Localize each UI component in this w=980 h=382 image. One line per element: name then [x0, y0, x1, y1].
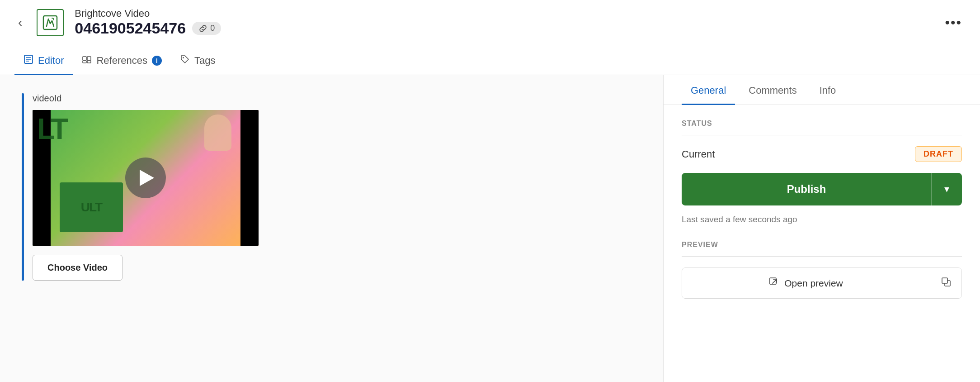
right-content: STATUS Current DRAFT Publish ▾ Last save… — [664, 105, 980, 382]
open-preview-button[interactable]: Open preview — [682, 268, 930, 298]
status-row: Current DRAFT — [682, 146, 962, 162]
video-id-field: videoId LT ULT Choose Video — [22, 93, 641, 281]
right-tab-comments-label: Comments — [749, 85, 796, 96]
header: ‹ Brightcove Video 0461905245476 0 ••• — [0, 0, 980, 45]
svg-line-11 — [773, 280, 776, 283]
video-preview[interactable]: LT ULT — [33, 110, 259, 246]
chevron-down-icon: ▾ — [944, 183, 949, 195]
right-tab-general[interactable]: General — [682, 85, 735, 105]
references-icon — [82, 54, 92, 67]
main: videoId LT ULT Choose Video — [0, 75, 980, 382]
entry-id: 0461905245476 — [75, 19, 186, 37]
tags-icon — [180, 54, 190, 67]
play-button[interactable] — [125, 158, 166, 198]
preview-divider — [682, 256, 962, 257]
right-tab-info-label: Info — [820, 85, 836, 96]
left-panel: videoId LT ULT Choose Video — [0, 75, 664, 382]
tab-editor-label: Editor — [38, 55, 64, 67]
header-left: ‹ Brightcove Video 0461905245476 0 — [14, 8, 221, 37]
publish-dropdown-button[interactable]: ▾ — [931, 173, 962, 205]
app-name: Brightcove Video — [75, 8, 221, 19]
tab-tags-label: Tags — [194, 55, 215, 67]
link-badge: 0 — [192, 22, 221, 35]
app-icon — [37, 9, 64, 36]
svg-rect-13 — [942, 278, 947, 283]
references-info-icon: i — [152, 56, 162, 66]
choose-video-button[interactable]: Choose Video — [33, 255, 122, 281]
right-tab-bar: General Comments Info — [664, 75, 980, 105]
draft-badge: DRAFT — [915, 146, 962, 162]
tab-references[interactable]: References i — [73, 54, 171, 75]
tab-editor[interactable]: Editor — [14, 54, 73, 75]
preview-section: PREVIEW Open preview — [682, 241, 962, 299]
header-title-block: Brightcove Video 0461905245476 0 — [75, 8, 221, 37]
svg-point-9 — [183, 57, 184, 58]
video-overlay-text: LT — [37, 115, 66, 143]
header-id-row: 0461905245476 0 — [75, 19, 221, 37]
svg-rect-6 — [87, 57, 91, 60]
left-tabs: Editor References i Tags — [14, 54, 966, 75]
svg-rect-7 — [83, 61, 86, 63]
open-preview-label: Open preview — [784, 278, 843, 289]
choose-video-label: Choose Video — [47, 263, 108, 273]
right-tab-general-label: General — [691, 85, 726, 96]
preview-button-row: Open preview — [682, 267, 962, 299]
play-icon — [140, 170, 154, 186]
more-options-button[interactable]: ••• — [941, 13, 966, 32]
copy-button[interactable] — [930, 268, 961, 298]
video-box-text: ULT — [81, 200, 102, 215]
right-panel: General Comments Info STATUS Current DRA… — [664, 75, 980, 382]
video-box-shape: ULT — [60, 182, 123, 232]
status-section: STATUS Current DRAFT Publish ▾ Last save… — [682, 119, 962, 224]
preview-section-label: PREVIEW — [682, 241, 962, 249]
last-saved-text: Last saved a few seconds ago — [682, 215, 962, 224]
publish-button-row: Publish ▾ — [682, 173, 962, 205]
link-count: 0 — [210, 24, 215, 33]
external-link-icon — [769, 277, 779, 289]
hand-shape — [204, 115, 231, 151]
status-divider — [682, 135, 962, 135]
tab-tags[interactable]: Tags — [171, 54, 224, 75]
editor-icon — [24, 54, 33, 67]
current-label: Current — [682, 148, 715, 160]
right-tab-comments[interactable]: Comments — [740, 85, 806, 105]
tab-references-label: References — [96, 55, 147, 67]
copy-icon — [941, 277, 952, 290]
field-label: videoId — [33, 93, 641, 104]
svg-rect-8 — [87, 61, 91, 63]
publish-button[interactable]: Publish — [682, 173, 931, 205]
status-section-label: STATUS — [682, 119, 962, 128]
back-button[interactable]: ‹ — [14, 14, 26, 32]
top-tab-bar: Editor References i Tags — [0, 45, 980, 75]
right-tab-info[interactable]: Info — [810, 85, 845, 105]
svg-rect-5 — [83, 57, 86, 60]
black-bar-right — [240, 110, 259, 246]
field-accent — [22, 93, 24, 281]
